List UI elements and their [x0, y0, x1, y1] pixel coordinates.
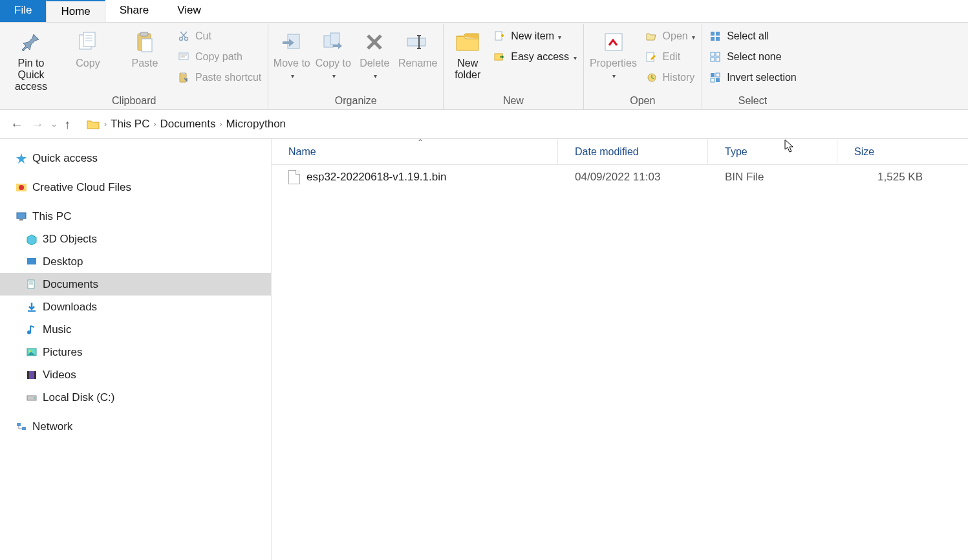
tree-3d-objects[interactable]: 3D Objects — [0, 228, 271, 250]
properties-button[interactable]: Properties▾ — [586, 27, 641, 83]
tree-network[interactable]: Network — [0, 415, 271, 438]
column-date[interactable]: Date modified — [558, 139, 708, 164]
up-button[interactable]: ↑ — [64, 117, 70, 132]
navigation-tree: Quick access Creative Cloud Files This P… — [0, 139, 272, 560]
file-icon — [288, 170, 300, 184]
recent-locations-button[interactable]: ⌵ — [52, 120, 56, 129]
svg-rect-31 — [711, 32, 715, 36]
ribbon-group-new: New folder New item ▾ Easy access ▾ New — [444, 24, 583, 109]
history-icon — [645, 71, 658, 84]
forward-button[interactable]: → — [31, 117, 44, 132]
move-to-label: Move to ▾ — [272, 58, 311, 81]
column-type[interactable]: Type — [708, 139, 837, 164]
chevron-right-icon[interactable]: › — [219, 120, 222, 129]
delete-label: Delete▾ — [360, 58, 389, 81]
history-button[interactable]: History — [645, 69, 696, 86]
downloads-icon — [26, 301, 38, 313]
chevron-right-icon[interactable]: › — [153, 120, 156, 129]
tree-quick-access[interactable]: Quick access — [0, 147, 271, 169]
ribbon-group-open: Properties▾ Open ▾ Edit History Open — [584, 24, 703, 109]
copy-icon — [75, 29, 101, 55]
ribbon-tabs: File Home Share View — [0, 0, 968, 23]
edit-button[interactable]: Edit — [645, 48, 696, 65]
select-none-button[interactable]: Select none — [709, 48, 797, 65]
new-item-icon — [493, 30, 506, 43]
invert-selection-button[interactable]: Invert selection — [709, 69, 797, 86]
tree-this-pc[interactable]: This PC — [0, 205, 271, 228]
tree-videos[interactable]: Videos — [0, 363, 271, 386]
file-list: ⌃ Name Date modified Type Size esp32-202… — [272, 139, 968, 560]
star-icon — [16, 153, 27, 164]
svg-rect-61 — [22, 427, 26, 430]
tab-share[interactable]: Share — [105, 0, 163, 22]
move-to-icon — [279, 29, 305, 55]
tree-downloads[interactable]: Downloads — [0, 296, 271, 318]
main-area: Quick access Creative Cloud Files This P… — [0, 139, 968, 560]
svg-rect-56 — [27, 371, 29, 379]
file-row[interactable]: esp32-20220618-v1.19.1.bin 04/09/2022 11… — [272, 165, 968, 189]
svg-rect-37 — [711, 58, 715, 61]
svg-point-52 — [27, 330, 31, 334]
open-icon — [645, 30, 658, 43]
cut-label: Cut — [195, 30, 211, 42]
delete-icon — [361, 29, 387, 55]
address-bar[interactable]: › This PC › Documents › Micropython — [81, 117, 968, 131]
copy-to-button[interactable]: Copy to ▾ — [312, 27, 354, 83]
tab-file[interactable]: File — [0, 0, 46, 22]
select-all-icon — [709, 30, 722, 43]
svg-rect-39 — [711, 73, 715, 77]
breadcrumb-current[interactable]: Micropython — [226, 118, 286, 131]
breadcrumb-documents[interactable]: Documents — [160, 118, 215, 131]
svg-rect-57 — [34, 371, 36, 379]
copy-button[interactable]: Copy — [59, 27, 116, 72]
file-type: BIN File — [708, 171, 837, 184]
properties-icon — [601, 29, 627, 55]
folder-icon — [86, 117, 100, 131]
rename-button[interactable]: Rename — [395, 27, 440, 72]
music-icon — [26, 324, 38, 336]
column-headers: ⌃ Name Date modified Type Size — [272, 139, 968, 165]
computer-icon — [16, 211, 27, 222]
tree-local-disk[interactable]: Local Disk (C:) — [0, 386, 271, 409]
move-to-button[interactable]: Move to ▾ — [271, 27, 312, 83]
back-button[interactable]: ← — [10, 117, 23, 132]
paste-button[interactable]: Paste — [116, 27, 173, 72]
tab-home[interactable]: Home — [46, 0, 105, 22]
column-name[interactable]: Name — [272, 139, 558, 164]
new-folder-button[interactable]: New folder — [446, 27, 489, 83]
tab-view[interactable]: View — [163, 0, 215, 22]
column-size[interactable]: Size — [837, 139, 934, 164]
tree-creative-cloud[interactable]: Creative Cloud Files — [0, 176, 271, 199]
breadcrumb-this-pc[interactable]: This PC — [111, 118, 149, 131]
new-item-button[interactable]: New item ▾ — [493, 28, 576, 45]
history-label: History — [663, 72, 695, 83]
svg-point-9 — [185, 38, 188, 41]
select-none-icon — [709, 50, 722, 63]
svg-rect-7 — [142, 39, 152, 52]
pin-to-quick-access-button[interactable]: Pin to Quick access — [3, 27, 59, 95]
scissors-icon — [177, 30, 190, 43]
cut-button[interactable]: Cut — [177, 28, 261, 45]
svg-rect-45 — [17, 213, 26, 219]
paste-shortcut-button[interactable]: Paste shortcut — [177, 69, 261, 86]
network-icon — [16, 421, 27, 433]
tree-music[interactable]: Music — [0, 318, 271, 341]
select-all-button[interactable]: Select all — [709, 28, 797, 45]
easy-access-button[interactable]: Easy access ▾ — [493, 48, 576, 65]
open-button[interactable]: Open ▾ — [645, 28, 696, 45]
group-open-label: Open — [586, 95, 700, 109]
navigation-bar: ← → ⌵ ↑ › This PC › Documents › Micropyt… — [0, 110, 968, 139]
properties-label: Properties▾ — [590, 58, 637, 81]
tree-pictures[interactable]: Pictures — [0, 341, 271, 363]
svg-rect-40 — [716, 73, 720, 77]
svg-rect-19 — [330, 33, 339, 45]
new-item-label: New item ▾ — [511, 30, 561, 42]
delete-button[interactable]: Delete▾ — [354, 27, 395, 83]
copy-path-button[interactable]: Copy path — [177, 48, 261, 65]
chevron-right-icon[interactable]: › — [104, 120, 107, 129]
tree-desktop[interactable]: Desktop — [0, 250, 271, 273]
rename-label: Rename — [398, 58, 437, 69]
svg-rect-46 — [19, 219, 23, 221]
videos-icon — [26, 369, 38, 381]
tree-documents[interactable]: Documents — [0, 273, 271, 296]
